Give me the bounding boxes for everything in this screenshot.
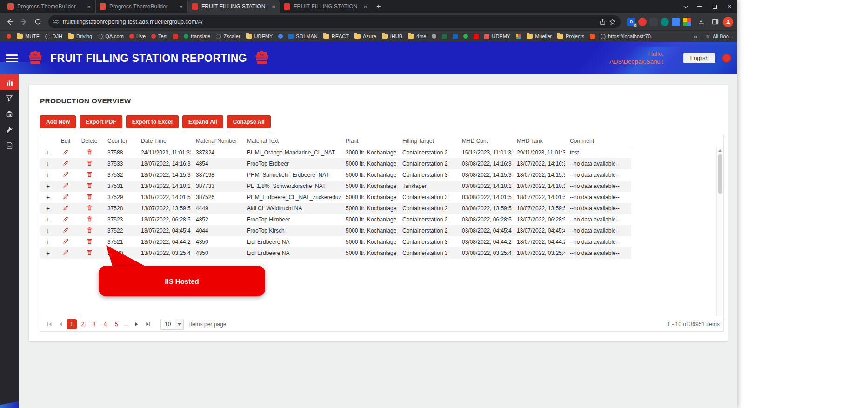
pager-next-button[interactable] [132, 319, 142, 329]
red-extension-icon[interactable] [638, 18, 647, 26]
pager-ellipsis[interactable]: ... [122, 321, 131, 328]
bookmark-item[interactable]: Test [148, 33, 170, 39]
column-header-plant[interactable]: Plant [341, 135, 398, 147]
browser-tab[interactable]: Progress ThemeBuilder× [4, 0, 96, 13]
delete-cell[interactable] [76, 203, 103, 214]
expand-icon[interactable]: + [46, 160, 50, 167]
expand-row-cell[interactable]: + [40, 147, 55, 159]
expand-row-cell[interactable]: + [40, 181, 55, 192]
all-bookmarks-button[interactable]: ☆ All Boo... [705, 33, 733, 40]
menu-hamburger-icon[interactable] [6, 54, 18, 62]
column-header-filling-target[interactable]: Filling Target [398, 135, 457, 147]
bookmark-item[interactable]: REACT [320, 33, 352, 39]
pager-page-2[interactable]: 2 [78, 319, 88, 329]
expand-row-cell[interactable]: + [40, 225, 55, 236]
button-collapse-all[interactable]: Collapse All [227, 115, 271, 128]
expand-row-cell[interactable]: + [40, 158, 55, 169]
column-header-counter[interactable]: Counter [103, 135, 136, 147]
bookmark-item[interactable] [461, 34, 471, 39]
edit-cell[interactable] [55, 169, 76, 181]
expand-icon[interactable]: + [46, 194, 50, 201]
window-minimize-button[interactable] [692, 0, 707, 13]
address-bar[interactable]: fruitfillingstationreporting-test.ads.mu… [48, 15, 621, 28]
share-icon[interactable] [600, 19, 606, 25]
bookmark-item[interactable]: MUTF [14, 33, 42, 39]
password-manager-extension-icon[interactable]: b0 [627, 18, 635, 26]
expand-icon[interactable]: + [46, 171, 50, 179]
column-header-edit[interactable]: Edit [55, 135, 76, 147]
side-panel-icon[interactable] [709, 16, 721, 28]
apps-grid-extension-icon[interactable] [683, 18, 691, 26]
scrollbar-thumb[interactable] [718, 154, 722, 194]
edit-cell[interactable] [55, 158, 76, 169]
back-button[interactable] [4, 16, 16, 28]
pager-page-1[interactable]: 1 [67, 319, 77, 329]
sidebar-item-reports[interactable] [0, 138, 19, 154]
expand-icon[interactable]: + [46, 249, 50, 257]
bookmark-item[interactable] [450, 34, 461, 39]
expand-icon[interactable]: + [46, 238, 50, 246]
expand-row-cell[interactable]: + [40, 169, 55, 181]
tab-close-icon[interactable]: × [271, 3, 276, 10]
column-header-material-text[interactable]: Material Text [242, 135, 341, 147]
expand-icon[interactable]: + [46, 149, 50, 156]
column-header-mhd-cont[interactable]: MHD Cont [457, 135, 512, 147]
tab-close-icon[interactable]: × [86, 3, 92, 10]
pager-page-3[interactable]: 3 [89, 319, 99, 329]
edit-cell[interactable] [55, 181, 76, 192]
page-size-select[interactable]: 10 [160, 319, 184, 330]
expand-row-cell[interactable]: + [40, 203, 55, 214]
pager-prev-button[interactable] [55, 319, 66, 329]
url-text[interactable]: fruitfillingstationreporting-test.ads.mu… [63, 19, 203, 25]
bookmark-item[interactable]: DJH [42, 33, 65, 39]
expand-icon[interactable]: + [46, 227, 50, 234]
delete-cell[interactable] [76, 181, 103, 192]
delete-cell[interactable] [76, 214, 103, 225]
delete-cell[interactable] [76, 225, 103, 236]
edit-cell[interactable] [55, 236, 76, 247]
select-dropdown-arrow-icon[interactable] [175, 319, 183, 329]
bookmark-item[interactable] [587, 34, 598, 39]
expand-row-cell[interactable]: + [40, 236, 55, 247]
bookmark-item[interactable] [170, 34, 181, 39]
expand-icon[interactable]: + [46, 182, 50, 190]
bookmark-item[interactable] [429, 34, 439, 39]
window-close-button[interactable]: × [722, 0, 737, 13]
grid-scrollbar[interactable] [716, 147, 723, 316]
tab-search-chevron-icon[interactable] [679, 2, 692, 11]
delete-cell[interactable] [76, 236, 103, 247]
bookmark-item[interactable]: Live [127, 33, 148, 39]
bookmark-item[interactable]: Projects [554, 33, 587, 39]
bookmark-item[interactable] [513, 34, 524, 39]
sidebar-item-dashboard[interactable] [0, 74, 19, 90]
button-expand-all[interactable]: Expand All [182, 115, 223, 128]
browser-tab[interactable]: FRUIT FILLING STATION REPORT× [280, 0, 372, 13]
teal-extension-icon[interactable] [661, 18, 669, 26]
bookmark-item[interactable]: translate [181, 33, 213, 39]
column-header-date-time[interactable]: Date Time [136, 135, 191, 147]
pager-first-button[interactable] [44, 319, 54, 329]
bookmark-item[interactable]: UDEMY [481, 33, 513, 39]
bookmark-item[interactable]: SOLMAN [286, 33, 320, 39]
reload-button[interactable] [32, 16, 44, 28]
new-tab-button[interactable]: + [372, 0, 385, 13]
bookmark-item[interactable] [439, 34, 450, 39]
bookmarks-overflow-chevron[interactable]: » [694, 33, 697, 40]
edit-cell[interactable] [55, 192, 76, 203]
delete-cell[interactable] [76, 147, 103, 159]
button-export-pdf[interactable]: Export PDF [80, 115, 122, 128]
blue-extension-icon[interactable] [672, 18, 680, 26]
dark-extension-icon[interactable] [649, 18, 658, 26]
expand-row-cell[interactable]: + [40, 214, 55, 225]
pager-page-5[interactable]: 5 [111, 319, 121, 329]
tab-close-icon[interactable]: × [178, 3, 184, 10]
bookmark-item[interactable]: UDEMY [243, 33, 276, 39]
bookmark-item[interactable] [275, 34, 286, 39]
button-export-to-excel[interactable]: Export to Excel [126, 115, 179, 128]
button-add-new[interactable]: Add New [40, 115, 76, 128]
expand-row-cell[interactable]: + [40, 192, 55, 203]
expand-icon[interactable]: + [46, 216, 50, 223]
bookmark-item[interactable] [471, 34, 481, 39]
sidebar-item-settings[interactable] [0, 122, 19, 138]
delete-cell[interactable] [76, 247, 103, 259]
